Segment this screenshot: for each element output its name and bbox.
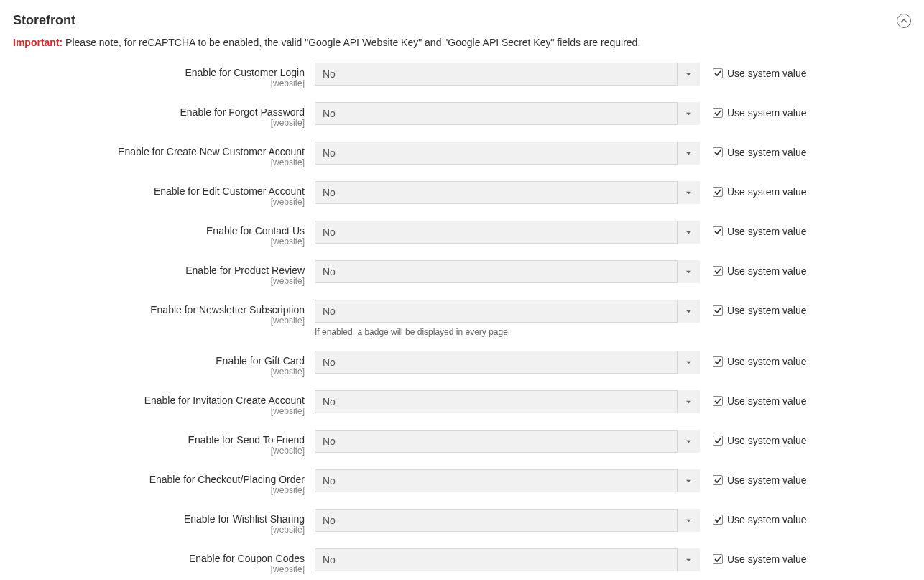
check-icon <box>714 228 721 235</box>
field-row-gift-card: Enable for Gift Card [website] No Use sy… <box>13 351 911 377</box>
use-system-checkbox[interactable] <box>713 266 723 276</box>
check-icon <box>714 149 721 156</box>
select-coupon[interactable]: No <box>315 548 700 571</box>
field-row-newsletter: Enable for Newsletter Subscription [webs… <box>13 300 911 337</box>
use-system-checkbox[interactable] <box>713 396 723 406</box>
use-system-label: Use system value <box>727 305 806 316</box>
use-system-checkbox[interactable] <box>713 475 723 485</box>
field-label-wrap: Enable for Coupon Codes [website] <box>13 548 315 574</box>
field-label: Enable for Gift Card <box>13 355 305 367</box>
check-icon <box>714 437 721 444</box>
check-icon <box>714 556 721 563</box>
field-control: No If enabled, a badge will be displayed… <box>315 300 700 337</box>
select-send-friend[interactable]: No <box>315 430 700 453</box>
select-checkout[interactable]: No <box>315 469 700 492</box>
field-scope: [website] <box>13 197 305 207</box>
field-row-contact-us: Enable for Contact Us [website] No Use s… <box>13 221 911 247</box>
select-value: No <box>315 300 700 323</box>
use-system-checkbox[interactable] <box>713 356 723 367</box>
use-system-checkbox[interactable] <box>713 515 723 525</box>
use-system-label: Use system value <box>727 514 806 525</box>
use-system-checkbox[interactable] <box>713 305 723 316</box>
field-side: Use system value <box>700 142 806 158</box>
select-forgot-password[interactable]: No <box>315 102 700 125</box>
field-label-wrap: Enable for Checkout/Placing Order [websi… <box>13 469 315 495</box>
check-icon <box>714 188 721 195</box>
use-system-label: Use system value <box>727 226 806 237</box>
field-control: No <box>315 430 700 453</box>
field-row-forgot-password: Enable for Forgot Password [website] No … <box>13 102 911 128</box>
select-invitation[interactable]: No <box>315 390 700 413</box>
field-note: If enabled, a badge will be displayed in… <box>315 327 700 337</box>
use-system-label: Use system value <box>727 553 806 565</box>
field-row-coupon: Enable for Coupon Codes [website] No Use… <box>13 548 911 574</box>
field-label-wrap: Enable for Create New Customer Account [… <box>13 142 315 167</box>
use-system-checkbox[interactable] <box>713 147 723 157</box>
field-control: No <box>315 469 700 492</box>
select-value: No <box>315 63 700 86</box>
field-label: Enable for Create New Customer Account <box>13 146 305 157</box>
select-edit-customer[interactable]: No <box>315 181 700 204</box>
field-label-wrap: Enable for Gift Card [website] <box>13 351 315 377</box>
select-wishlist[interactable]: No <box>315 509 700 532</box>
important-text: Please note, for reCAPTCHA to be enabled… <box>65 37 640 48</box>
field-side: Use system value <box>700 102 806 119</box>
check-icon <box>714 477 721 484</box>
use-system-checkbox[interactable] <box>713 68 723 78</box>
field-side: Use system value <box>700 221 806 237</box>
use-system-label: Use system value <box>727 147 806 158</box>
use-system-checkbox[interactable] <box>713 108 723 118</box>
use-system-checkbox[interactable] <box>713 554 723 564</box>
use-system-checkbox[interactable] <box>713 187 723 197</box>
fields-container: Enable for Customer Login [website] No U… <box>13 63 911 580</box>
select-product-review[interactable]: No <box>315 260 700 283</box>
field-control: No <box>315 390 700 413</box>
field-control: No <box>315 509 700 532</box>
field-side: Use system value <box>700 548 806 565</box>
check-icon <box>714 267 721 275</box>
field-row-wishlist: Enable for Wishlist Sharing [website] No… <box>13 509 911 535</box>
field-scope: [website] <box>13 276 305 286</box>
field-label: Enable for Edit Customer Account <box>13 185 305 197</box>
select-value: No <box>315 390 700 413</box>
field-row-invitation: Enable for Invitation Create Account [we… <box>13 390 911 416</box>
field-control: No <box>315 221 700 244</box>
field-label-wrap: Enable for Newsletter Subscription [webs… <box>13 300 315 326</box>
field-label-wrap: Enable for Wishlist Sharing [website] <box>13 509 315 535</box>
chevron-up-icon <box>900 17 907 24</box>
collapse-toggle-button[interactable] <box>897 14 911 28</box>
use-system-label: Use system value <box>727 435 806 446</box>
select-create-customer[interactable]: No <box>315 142 700 165</box>
select-value: No <box>315 430 700 453</box>
select-value: No <box>315 548 700 571</box>
select-value: No <box>315 142 700 165</box>
field-scope: [website] <box>13 316 305 326</box>
field-label: Enable for Wishlist Sharing <box>13 513 305 525</box>
field-control: No <box>315 260 700 283</box>
select-customer-login[interactable]: No <box>315 63 700 86</box>
field-row-product-review: Enable for Product Review [website] No U… <box>13 260 911 286</box>
select-value: No <box>315 351 700 374</box>
select-newsletter[interactable]: No <box>315 300 700 323</box>
use-system-label: Use system value <box>727 356 806 367</box>
field-scope: [website] <box>13 78 305 88</box>
field-row-create-customer: Enable for Create New Customer Account [… <box>13 142 911 167</box>
select-contact-us[interactable]: No <box>315 221 700 244</box>
field-scope: [website] <box>13 406 305 416</box>
use-system-label: Use system value <box>727 186 806 198</box>
select-gift-card[interactable]: No <box>315 351 700 374</box>
use-system-checkbox[interactable] <box>713 226 723 236</box>
field-scope: [website] <box>13 118 305 128</box>
field-row-send-friend: Enable for Send To Friend [website] No U… <box>13 430 911 456</box>
field-side: Use system value <box>700 390 806 407</box>
select-value: No <box>315 102 700 125</box>
section-title: Storefront <box>13 13 75 28</box>
field-side: Use system value <box>700 351 806 367</box>
field-label-wrap: Enable for Customer Login [website] <box>13 63 315 88</box>
check-icon <box>714 358 721 365</box>
use-system-checkbox[interactable] <box>713 436 723 446</box>
field-side: Use system value <box>700 509 806 525</box>
field-control: No <box>315 102 700 125</box>
field-label: Enable for Send To Friend <box>13 434 305 446</box>
field-side: Use system value <box>700 260 806 277</box>
